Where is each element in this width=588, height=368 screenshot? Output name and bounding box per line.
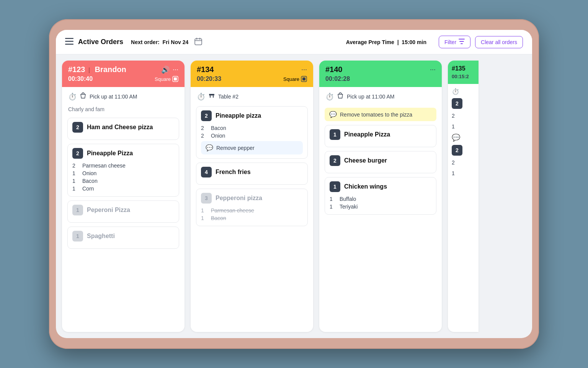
pickup-info-140: ⏱️ Pick up at 11:00 AM (325, 91, 436, 102)
item-qty-badge: 4 (201, 167, 212, 177)
order-source-134: Square (283, 76, 307, 82)
item-name: Pineapple Pizza (344, 131, 390, 138)
item-qty-badge: 2 (201, 110, 212, 121)
table-info-134: ⏱️ Table #2 (196, 91, 308, 102)
item-qty-badge: 3 (201, 193, 212, 204)
order-number-134: #134 (197, 65, 214, 74)
list-item: 2 Cheese burger (325, 151, 436, 173)
partial-mod-qty: 2 (452, 112, 475, 120)
item-qty-badge: 2 (72, 148, 83, 159)
sound-icon[interactable]: 🔊 (161, 66, 170, 74)
partial-mod-qty: 1 (452, 123, 475, 130)
item-name: Pineapple Pizza (87, 150, 133, 157)
list-item: 1 Buffalo (330, 195, 431, 203)
order-card-134: #134 ··· 00:20:33 Square ⏱️ (191, 61, 313, 332)
list-item: 2 Bacon (201, 124, 303, 132)
customer-name-123: Charly and fam (67, 106, 179, 114)
order-timer-134: 00:20:33 (197, 76, 221, 82)
list-item: 2 Parmesan cheese (72, 162, 174, 169)
partial-item-badge: 2 (452, 98, 462, 109)
bag-icon-123 (80, 92, 87, 101)
partial-order-timer: 00:15:2 (452, 74, 475, 79)
partial-header-135: #135 00:15:2 (448, 61, 479, 84)
item-qty-badge: 1 (330, 129, 340, 140)
svg-rect-5 (174, 77, 177, 80)
filter-icon (459, 39, 465, 45)
order-number-123: #123 (68, 65, 85, 74)
list-item: 4 French fries (196, 163, 308, 185)
more-options-icon-123[interactable]: ··· (173, 66, 178, 74)
urgency-icon-135: ⏱️ (452, 88, 475, 95)
chat-icon: 💬 (206, 144, 213, 151)
pickup-info-123: ⏱️ Pick up at 11:00 AM (67, 91, 179, 102)
order-number-140: #140 (325, 65, 343, 74)
order-header-123: #123 | Brandon 🔊 ··· 00:30:40 Square (62, 61, 185, 87)
partial-order-number: #135 (452, 65, 475, 72)
avg-prep-time: Average Prep Time | 15:00 min (346, 39, 426, 45)
order-body-140: ⏱️ Pick up at 11:00 AM 💬 Remove tomatoes… (319, 87, 442, 332)
order-timer-123: 00:30:40 (68, 76, 93, 82)
urgency-icon-134: ⏱️ (197, 92, 205, 101)
item-name: Spaghetti (87, 233, 115, 240)
list-item: 1 Pineapple Pizza (325, 125, 436, 147)
more-options-icon-140[interactable]: ··· (430, 66, 436, 74)
table-text-134: Table #2 (218, 94, 238, 100)
item-name: French fries (216, 169, 251, 176)
next-order-label: Next order: Fri Nov 24 (131, 39, 188, 45)
page-title: Active Orders (78, 38, 123, 46)
partial-mod-qty: 1 (452, 169, 475, 177)
list-item: 1 Bacon (72, 177, 174, 185)
svg-rect-9 (210, 95, 211, 98)
more-options-icon-134[interactable]: ··· (301, 66, 307, 74)
filter-button[interactable]: Filter (439, 36, 470, 48)
order-source-123: Square (155, 76, 178, 82)
svg-rect-3 (195, 39, 202, 45)
order-header-140: #140 ··· 00:02:28 (319, 61, 442, 87)
item-qty-badge: 1 (72, 231, 83, 242)
list-item: 1 Spaghetti (67, 227, 179, 249)
svg-rect-8 (209, 95, 214, 95)
partial-mod-qty: 2 (452, 159, 475, 166)
clear-all-button[interactable]: Clear all orders (475, 36, 523, 48)
item-qty-badge: 1 (330, 181, 340, 192)
svg-rect-10 (213, 95, 214, 98)
item-name: Pepperoni pizza (216, 195, 262, 202)
app-header: Active Orders Next order: Fri Nov 24 Ave… (56, 30, 532, 54)
list-item: 1 Bacon (201, 214, 303, 222)
header-left: Active Orders Next order: Fri Nov 24 (65, 38, 202, 47)
order-card-140: #140 ··· 00:02:28 ⏱️ Pick up at 11:00 (319, 61, 442, 332)
list-item: 2 Ham and Cheese pizza (67, 118, 179, 140)
svg-rect-2 (65, 44, 74, 45)
svg-rect-0 (65, 38, 74, 39)
list-item: 1 Peperoni Pizza (67, 200, 179, 223)
order-note-140: 💬 Remove tomatoes to the pizza (325, 108, 436, 121)
urgency-icon-123: ⏱️ (68, 92, 77, 101)
partial-body-135: ⏱️ 2 2 1 💬 2 2 1 (448, 84, 479, 181)
list-item: 2 Pineapple Pizza 2 Parmesan cheese 1 On… (67, 144, 179, 197)
item-name: Cheese burger (344, 157, 387, 164)
item-qty-badge: 2 (72, 122, 83, 133)
svg-rect-11 (209, 94, 214, 95)
item-name: Peperoni Pizza (87, 207, 130, 214)
item-name: Chicken wings (344, 183, 387, 190)
chat-icon: 💬 (329, 111, 337, 118)
item-qty-badge: 1 (72, 205, 83, 215)
partial-item-badge: 2 (452, 145, 462, 156)
item-name: Ham and Cheese pizza (87, 124, 153, 131)
svg-rect-1 (65, 41, 74, 42)
menu-icon[interactable] (65, 38, 74, 46)
list-item: 3 Pepperoni pizza 1 Parmesan cheese 1 Ba… (196, 189, 308, 226)
list-item: 1 Onion (72, 169, 174, 177)
order-body-134: ⏱️ Table #2 2 Pineapple pizza 2 (191, 87, 313, 332)
partial-chat-icon: 💬 (452, 133, 475, 142)
calendar-icon[interactable] (194, 38, 202, 47)
item-note-134-0: 💬 Remove pepper (201, 141, 303, 154)
order-timer-140: 00:02:28 (325, 76, 350, 82)
item-name: Pineapple pizza (216, 112, 261, 119)
list-item: 2 Onion (201, 132, 303, 140)
tablet-screen: Active Orders Next order: Fri Nov 24 Ave… (56, 30, 532, 338)
order-header-134: #134 ··· 00:20:33 Square (191, 61, 313, 87)
list-item: 1 Teriyaki (330, 203, 431, 210)
pickup-text-123: Pick up at 11:00 AM (90, 94, 137, 100)
list-item: 1 Chicken wings 1 Buffalo 1 Teriyaki (325, 177, 436, 215)
